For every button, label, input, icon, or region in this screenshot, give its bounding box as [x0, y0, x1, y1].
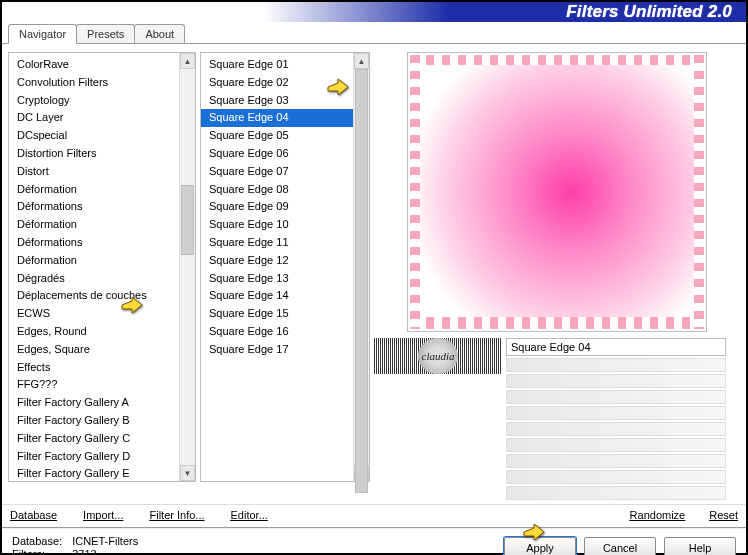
category-item[interactable]: Filter Factory Gallery B — [9, 412, 179, 430]
database-button[interactable]: Database — [10, 507, 57, 523]
help-button[interactable]: Help — [664, 537, 736, 556]
under-preview: claudia Square Edge 04 — [374, 338, 726, 500]
edge-left — [410, 55, 420, 329]
filter-item[interactable]: Square Edge 15 — [201, 305, 353, 323]
filter-list[interactable]: Square Edge 01Square Edge 02Square Edge … — [201, 53, 353, 481]
category-item[interactable]: Déformations — [9, 198, 179, 216]
filter-item[interactable]: Square Edge 09 — [201, 198, 353, 216]
filter-item[interactable]: Square Edge 13 — [201, 270, 353, 288]
preview-canvas — [407, 52, 707, 332]
filter-item[interactable]: Square Edge 07 — [201, 163, 353, 181]
filter-item[interactable]: Square Edge 03 — [201, 92, 353, 110]
titlebar: Filters Unlimited 2.0 — [2, 2, 746, 22]
category-list[interactable]: ColorRaveConvolution FiltersCryptologyDC… — [9, 53, 179, 481]
category-item[interactable]: Filter Factory Gallery C — [9, 430, 179, 448]
category-item[interactable]: Distort — [9, 163, 179, 181]
db-info: Database: ICNET-Filters Filters: 3713 — [12, 535, 138, 555]
filter-item[interactable]: Square Edge 06 — [201, 145, 353, 163]
category-item[interactable]: Edges, Square — [9, 341, 179, 359]
watermark-label: claudia — [422, 350, 455, 362]
filters-label: Filters: — [12, 548, 62, 555]
category-item[interactable]: Convolution Filters — [9, 74, 179, 92]
filter-item[interactable]: Square Edge 04 — [201, 109, 353, 127]
category-item[interactable]: Déplacements de couches — [9, 287, 179, 305]
filter-item[interactable]: Square Edge 05 — [201, 127, 353, 145]
edge-top — [410, 55, 704, 65]
scroll-thumb[interactable] — [355, 69, 368, 493]
filter-info-button[interactable]: Filter Info... — [149, 507, 204, 523]
randomize-button[interactable]: Randomize — [630, 507, 686, 523]
scroll-thumb[interactable] — [181, 185, 194, 255]
cancel-button[interactable]: Cancel — [584, 537, 656, 556]
param-slider[interactable] — [506, 390, 726, 404]
edge-bottom — [410, 317, 704, 329]
tabs: NavigatorPresetsAbout — [8, 24, 746, 44]
bottom-bar: Database: ICNET-Filters Filters: 3713 Ap… — [2, 529, 746, 555]
tab-presets[interactable]: Presets — [76, 24, 135, 44]
filter-scrollbar[interactable]: ▲ ▼ — [353, 53, 369, 481]
category-item[interactable]: Filter Factory Gallery E — [9, 465, 179, 481]
filter-item[interactable]: Square Edge 12 — [201, 252, 353, 270]
params-panel: Square Edge 04 — [506, 338, 726, 500]
filter-item[interactable]: Square Edge 14 — [201, 287, 353, 305]
category-item[interactable]: Déformation — [9, 216, 179, 234]
category-item[interactable]: Déformations — [9, 234, 179, 252]
dialog-buttons: Apply Cancel Help — [504, 537, 736, 556]
filter-item[interactable]: Square Edge 08 — [201, 181, 353, 199]
category-item[interactable]: Distortion Filters — [9, 145, 179, 163]
scroll-down-button[interactable]: ▼ — [180, 465, 195, 481]
category-item[interactable]: DCspecial — [9, 127, 179, 145]
category-item[interactable]: Déformation — [9, 181, 179, 199]
category-item[interactable]: Edges, Round — [9, 323, 179, 341]
param-slider[interactable] — [506, 486, 726, 500]
param-slider[interactable] — [506, 422, 726, 436]
watermark: claudia — [374, 338, 502, 374]
param-slider[interactable] — [506, 454, 726, 468]
db-label: Database: — [12, 535, 62, 547]
category-item[interactable]: Déformation — [9, 252, 179, 270]
scroll-track[interactable] — [354, 69, 369, 465]
category-item[interactable]: Effects — [9, 359, 179, 377]
db-value: ICNET-Filters — [72, 535, 138, 547]
filter-item[interactable]: Square Edge 10 — [201, 216, 353, 234]
param-slider[interactable] — [506, 358, 726, 372]
filter-item[interactable]: Square Edge 16 — [201, 323, 353, 341]
scroll-track[interactable] — [180, 69, 195, 465]
filter-name-field: Square Edge 04 — [506, 338, 726, 356]
tab-navigator[interactable]: Navigator — [8, 24, 77, 44]
category-scrollbar[interactable]: ▲ ▼ — [179, 53, 195, 481]
category-item[interactable]: Filter Factory Gallery D — [9, 448, 179, 466]
category-listbox: ColorRaveConvolution FiltersCryptologyDC… — [8, 52, 196, 482]
category-item[interactable]: ECWS — [9, 305, 179, 323]
filter-listbox: Square Edge 01Square Edge 02Square Edge … — [200, 52, 370, 482]
category-item[interactable]: Dégradés — [9, 270, 179, 288]
category-item[interactable]: Filter Factory Gallery A — [9, 394, 179, 412]
filter-item[interactable]: Square Edge 02 — [201, 74, 353, 92]
apply-button[interactable]: Apply — [504, 537, 576, 556]
param-slider[interactable] — [506, 438, 726, 452]
editor-button[interactable]: Editor... — [231, 507, 268, 523]
command-row: Database Import... Filter Info... Editor… — [2, 504, 746, 529]
filters-value: 3713 — [72, 548, 138, 555]
import-button[interactable]: Import... — [83, 507, 123, 523]
right-pane: claudia Square Edge 04 — [374, 52, 740, 500]
reset-button[interactable]: Reset — [709, 507, 738, 523]
filter-item[interactable]: Square Edge 01 — [201, 56, 353, 74]
category-item[interactable]: DC Layer — [9, 109, 179, 127]
category-item[interactable]: Cryptology — [9, 92, 179, 110]
param-slider[interactable] — [506, 406, 726, 420]
main-area: ColorRaveConvolution FiltersCryptologyDC… — [2, 44, 746, 500]
dialog-window: Filters Unlimited 2.0 NavigatorPresetsAb… — [0, 0, 748, 555]
scroll-up-button[interactable]: ▲ — [354, 53, 369, 69]
filter-item[interactable]: Square Edge 11 — [201, 234, 353, 252]
app-title: Filters Unlimited 2.0 — [566, 2, 732, 22]
edge-right — [694, 55, 704, 329]
category-item[interactable]: ColorRave — [9, 56, 179, 74]
preview-gradient — [414, 59, 700, 325]
tab-about[interactable]: About — [134, 24, 185, 44]
param-slider[interactable] — [506, 374, 726, 388]
scroll-up-button[interactable]: ▲ — [180, 53, 195, 69]
param-slider[interactable] — [506, 470, 726, 484]
category-item[interactable]: FFG??? — [9, 376, 179, 394]
filter-item[interactable]: Square Edge 17 — [201, 341, 353, 359]
